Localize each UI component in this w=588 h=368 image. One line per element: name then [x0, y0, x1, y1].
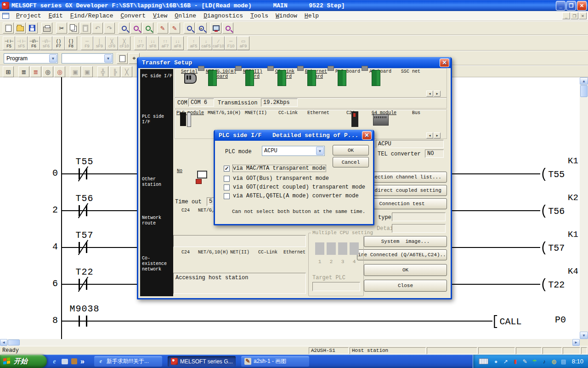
media-quicklaunch-icon[interactable] [71, 358, 77, 364]
checkbox-check-icon[interactable]: ✓ [224, 166, 230, 172]
transfer-close-button[interactable]: ✕ [440, 58, 449, 67]
horizontal-scrollbar[interactable]: ◄ ► [0, 339, 580, 346]
mdi-child-icon[interactable] [2, 13, 9, 19]
menu-diagnostics[interactable]: Diagnostics [200, 12, 247, 21]
taskbar-clock[interactable]: 8:10 [572, 358, 583, 365]
plc-detail-cancel-button[interactable]: Cancel [333, 157, 369, 167]
plc-mode-select[interactable]: ACPU ▼ [262, 146, 325, 156]
scroll-left-button[interactable]: ◄ [0, 339, 7, 346]
tray-antivirus-icon[interactable]: ▮ [512, 358, 519, 365]
mdi-minimize-button[interactable]: _ [562, 12, 570, 19]
plc-detail-titlebar[interactable]: PLC side I/F Detailed setting of P... ✕ [215, 130, 373, 141]
checkbox-got-direct-transparent[interactable]: via GOT(direct coupled) transparent mode [224, 184, 365, 190]
pc-row-scroll-right[interactable]: ► [434, 91, 441, 97]
program-mode-select[interactable]: Program ▼ [4, 53, 58, 63]
pc-if-ssc-net[interactable]: SSC net [395, 69, 427, 74]
checkbox-got-bus-transparent[interactable]: via GOT(Bus) transparent mode [224, 175, 329, 182]
transfer-close-button[interactable]: Close [364, 280, 447, 292]
new-icon[interactable] [3, 23, 14, 34]
combo-arrow-icon[interactable]: ▼ [49, 54, 57, 63]
menu-edit[interactable]: Edit [45, 12, 67, 21]
pc-if-net2-board[interactable]: NET(II) board [237, 69, 269, 79]
combo-arrow-icon[interactable]: ▼ [104, 54, 112, 63]
scroll-down-button[interactable]: ▼ [580, 332, 588, 339]
coex-c24[interactable]: C24 [170, 250, 201, 255]
keyboard-layout-icon[interactable] [479, 358, 488, 364]
mdi-close-button[interactable]: ✕ [579, 12, 587, 19]
closed-contact-button[interactable]: ⊣/⊢F6 [28, 36, 40, 50]
pc-if-plc-board[interactable]: PLC board [332, 69, 364, 74]
find-device-icon[interactable] [119, 23, 130, 34]
find-instruction-icon[interactable] [142, 23, 153, 34]
monitor-write-mode-icon[interactable]: ✎ [169, 23, 180, 34]
route-c24[interactable]: C24 [170, 208, 201, 213]
scroll-right-button[interactable]: ► [572, 339, 580, 346]
zoom-out-icon[interactable]: + [196, 23, 207, 34]
menu-view[interactable]: View [149, 12, 171, 21]
plc-row-scroll-left[interactable]: ◄ [426, 132, 433, 138]
show-desktop-icon[interactable] [62, 359, 68, 364]
circuit-monitor-icon[interactable] [222, 23, 233, 34]
checkbox-mac-mta-transparent[interactable]: ✓ via MAC/MTA transparent mode [224, 165, 326, 172]
task-button-paint[interactable]: ✎ a2sh-1 - 画图 [241, 356, 309, 367]
menu-find-replace[interactable]: Find/Replace [67, 12, 117, 21]
scroll-up-button[interactable]: ▲ [580, 77, 588, 85]
project-tree-edit-icon[interactable]: ≣ [30, 66, 41, 77]
ladder-view-icon[interactable]: ⊞ [3, 66, 14, 77]
plc-row-scroll-right[interactable]: ► [434, 132, 441, 138]
plc-if-ethernet[interactable]: Ethernet [302, 110, 334, 115]
pc-row-scroll-left[interactable]: ◄ [426, 91, 433, 97]
plc-if-g4-module[interactable]: G4 module [368, 110, 400, 115]
task-button-melsoft[interactable]: MELSOFT series G... [168, 356, 236, 367]
tray-globe-icon[interactable]: ▤ [560, 358, 567, 365]
tray-network-icon[interactable]: ◍ [550, 358, 558, 365]
project-tree-icon[interactable]: ≣ [18, 66, 29, 77]
menu-project[interactable]: Project [12, 12, 45, 21]
quicklaunch-overflow-chevron[interactable]: » [80, 357, 85, 366]
copy-icon[interactable] [68, 23, 79, 34]
checkbox-box[interactable] [224, 176, 230, 182]
plc-if-mnet2[interactable]: MNET(II) [240, 110, 272, 115]
open-icon[interactable] [15, 23, 26, 34]
tray-accessibility-icon[interactable]: ● [492, 358, 500, 365]
tray-pen-icon[interactable]: ✎ [521, 358, 529, 365]
vertical-scroll-thumb[interactable] [580, 85, 588, 97]
application-instruction-button[interactable]: { }F8 [65, 36, 77, 50]
checkbox-box[interactable] [224, 184, 230, 190]
combo-arrow-icon[interactable]: ▼ [316, 147, 324, 155]
device-find-icon[interactable]: ◎ [42, 66, 53, 77]
plc-detail-ok-button[interactable]: OK [333, 145, 369, 155]
start-button[interactable]: 开始 [0, 355, 47, 368]
minimize-button[interactable]: _ [556, 1, 565, 11]
other-station-no[interactable]: No [172, 168, 204, 173]
device-select[interactable]: ▼ [62, 53, 113, 63]
plc-detail-close-button[interactable]: ✕ [362, 131, 372, 140]
menu-online[interactable]: Online [171, 12, 200, 21]
pc-if-netg10-board[interactable]: NET/G,10(H) board [205, 69, 237, 79]
project-window-icon[interactable] [210, 23, 221, 34]
write-mode-icon[interactable]: ✎ [157, 23, 168, 34]
horizontal-scroll-thumb[interactable] [8, 339, 20, 345]
line-connected-button[interactable]: Line Connected (Q/A6TEL,C24)... [357, 249, 447, 260]
coex-netg10[interactable]: NET/G,10(H) [198, 250, 228, 255]
transfer-setup-titlebar[interactable]: Transfer Setup ✕ [138, 57, 451, 68]
open-contact-button[interactable]: ⊣ ⊢F5 [3, 36, 15, 50]
find-step-icon[interactable] [130, 23, 141, 34]
maximize-button[interactable]: ❐ [566, 1, 576, 11]
task-button-forum[interactable]: e 新手求助!!!关于... [94, 356, 162, 367]
transfer-ok-button[interactable]: OK [364, 264, 447, 276]
zoom-in-icon[interactable]: - [184, 23, 195, 34]
checkbox-a6tel-converter[interactable]: via A6TEL,Q6TEL(A mode) converter mode [224, 193, 359, 199]
device-find-write-icon[interactable]: ◎ [54, 66, 65, 77]
find-window-icon[interactable] [117, 53, 128, 64]
checkbox-box[interactable] [224, 193, 230, 199]
tray-volume-icon[interactable]: ♪ [541, 358, 548, 365]
ie-quicklaunch-icon[interactable]: e [51, 357, 58, 365]
coex-ethernet[interactable]: Ethernet [279, 250, 310, 255]
plc-if-mnetg10[interactable]: MNET/G,10(H) [208, 110, 240, 115]
mdi-restore-button[interactable]: ❐ [571, 12, 578, 19]
menu-convert[interactable]: Convert [117, 12, 149, 21]
coex-net2[interactable]: NET(II) [225, 250, 255, 255]
plc-if-cclink[interactable]: CC-Link [272, 110, 304, 115]
plc-if-c24[interactable]: C24 [334, 110, 367, 115]
